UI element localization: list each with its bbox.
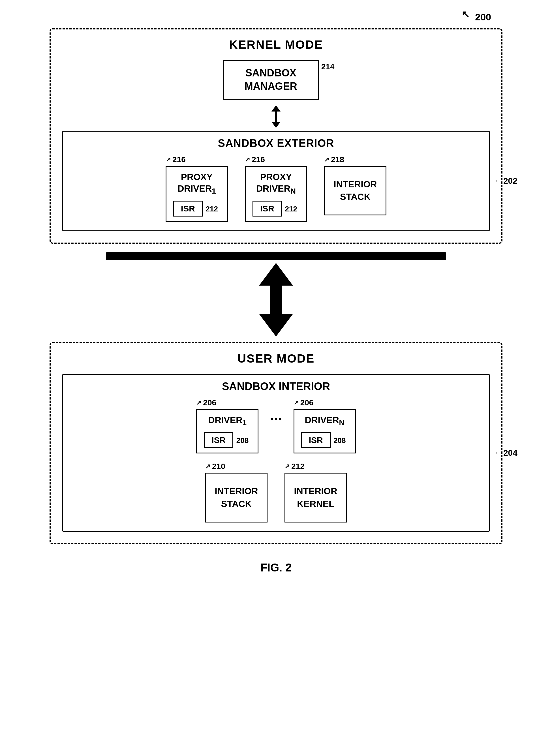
separator-bar: [106, 252, 446, 260]
big-arrow-down: [259, 314, 293, 336]
driver-1-ref-above: ↗ 206: [196, 398, 216, 407]
sandbox-exterior-box: SANDBOX EXTERIOR ↗ 216 PROXYDRIVER1 ISR: [62, 131, 490, 232]
driver-n-ref-above: ↗ 206: [294, 398, 314, 407]
driver-n-title: DRIVERN: [301, 414, 348, 428]
proxy-driver-n-title: PROXYDRIVERN: [253, 171, 299, 196]
sandbox-manager-label: SANDBOXMANAGER: [245, 67, 297, 92]
driver-1-isr-label: ISR: [212, 435, 226, 445]
arrow-head-up: [271, 105, 281, 112]
interior-stack-kernel-ref: 218: [331, 155, 344, 164]
driver-n-isr-box: ISR: [301, 432, 331, 448]
driver-1-ref: 206: [203, 398, 216, 407]
driver-n-ref: 206: [300, 398, 314, 407]
arrow-head-down: [271, 122, 281, 128]
interior-stack-user-ref-above: ↗ 210: [205, 462, 225, 471]
kernel-user-separator: [106, 249, 446, 336]
interior-stack-kernel-ref-above: ↗ 218: [324, 155, 344, 164]
interior-kernel-box: INTERIORKERNEL: [284, 473, 347, 522]
proxy-driver-1-isr-ref: 212: [205, 205, 218, 213]
proxy-driver-1-isr-box: ISR: [173, 201, 203, 216]
kernel-mode-title: KERNEL MODE: [62, 38, 490, 51]
interior-stack-kernel-label: INTERIORSTACK: [334, 179, 377, 202]
interior-bottom-row: ↗ 210 INTERIORSTACK ↗ 212 INTERIORKERNEL: [71, 462, 481, 522]
proxy-driver-n-ref-above: ↗ 216: [245, 155, 265, 164]
proxy-driver-1-isr-label: ISR: [181, 204, 195, 213]
proxy-driver-n-isr-box: ISR: [253, 201, 282, 216]
driver-1-isr-box: ISR: [204, 432, 233, 448]
big-arrow-up: [259, 263, 293, 286]
exterior-components: ↗ 216 PROXYDRIVER1 ISR 212: [71, 155, 481, 222]
interior-stack-user-label: INTERIORSTACK: [215, 486, 258, 509]
interior-top-row: ↗ 206 DRIVER1 ISR 208 ...: [71, 398, 481, 453]
proxy-driver-n-isr-ref: 212: [285, 205, 297, 213]
interior-stack-kernel-box: INTERIORSTACK: [324, 166, 386, 216]
interior-stack-user-wrapper: ↗ 210 INTERIORSTACK: [205, 462, 268, 522]
user-mode-title: USER MODE: [62, 352, 490, 365]
driver-1-wrapper: ↗ 206 DRIVER1 ISR 208: [196, 398, 258, 453]
proxy-driver-n-ref: 216: [252, 155, 265, 164]
interior-kernel-ref-above: ↗ 212: [284, 462, 305, 471]
figure-ref-200: ↖200: [467, 11, 491, 23]
interior-stack-kernel-wrapper: ↗ 218 INTERIORSTACK: [324, 155, 386, 216]
interior-stack-user-ref: 210: [212, 462, 225, 471]
driver-1-isr-ref: 208: [236, 436, 249, 445]
proxy-driver-n-box: PROXYDRIVERN ISR 212: [245, 166, 307, 222]
page-container: ↖200 KERNEL MODE SANDBOXMANAGER 214 S: [49, 11, 503, 574]
proxy-driver-1-ref-above: ↗ 216: [166, 155, 186, 164]
interior-kernel-wrapper: ↗ 212 INTERIORKERNEL: [284, 462, 347, 522]
interior-stack-user-box: INTERIORSTACK: [205, 473, 268, 522]
big-arrow-shaft-1: [270, 286, 282, 314]
interior-kernel-ref: 212: [291, 462, 305, 471]
driver-n-isr-ref: 208: [333, 436, 346, 445]
driver-n-isr-label: ISR: [309, 435, 323, 445]
driver-1-title: DRIVER1: [204, 414, 251, 428]
driver-1-box: DRIVER1 ISR 208: [196, 409, 258, 453]
proxy-driver-1-box: PROXYDRIVER1 ISR 212: [166, 166, 228, 222]
sandbox-interior-title: SANDBOX INTERIOR: [71, 381, 481, 393]
kernel-mode-box: KERNEL MODE SANDBOXMANAGER 214 SANDBOX E…: [49, 28, 503, 244]
ref-204: ← 204: [494, 448, 518, 458]
proxy-driver-1-title: PROXYDRIVER1: [173, 171, 220, 196]
sandbox-exterior-title: SANDBOX EXTERIOR: [71, 137, 481, 149]
driver-n-box: DRIVERN ISR 208: [294, 409, 356, 453]
user-mode-box: USER MODE SANDBOX INTERIOR ↗ 206 DRIVER1: [49, 342, 503, 544]
sandbox-manager-box: SANDBOXMANAGER: [223, 60, 319, 100]
sandbox-interior-box: SANDBOX INTERIOR ↗ 206 DRIVER1 ISR: [62, 374, 490, 532]
proxy-driver-1-ref: 216: [172, 155, 186, 164]
big-double-arrow: [259, 263, 293, 336]
double-arrow-manager-to-exterior: [62, 105, 490, 128]
interior-kernel-label: INTERIORKERNEL: [294, 486, 337, 509]
proxy-driver-1-wrapper: ↗ 216 PROXYDRIVER1 ISR 212: [166, 155, 228, 222]
fig-caption: FIG. 2: [260, 561, 292, 574]
ref-214: 214: [321, 60, 334, 71]
arrow-shaft: [275, 112, 277, 122]
ref-202: ← 202: [494, 176, 518, 186]
driver-n-wrapper: ↗ 206 DRIVERN ISR 208: [294, 398, 356, 453]
dots-separator: ...: [270, 398, 282, 424]
proxy-driver-n-isr-label: ISR: [260, 204, 274, 213]
proxy-driver-n-wrapper: ↗ 216 PROXYDRIVERN ISR 212: [245, 155, 307, 222]
